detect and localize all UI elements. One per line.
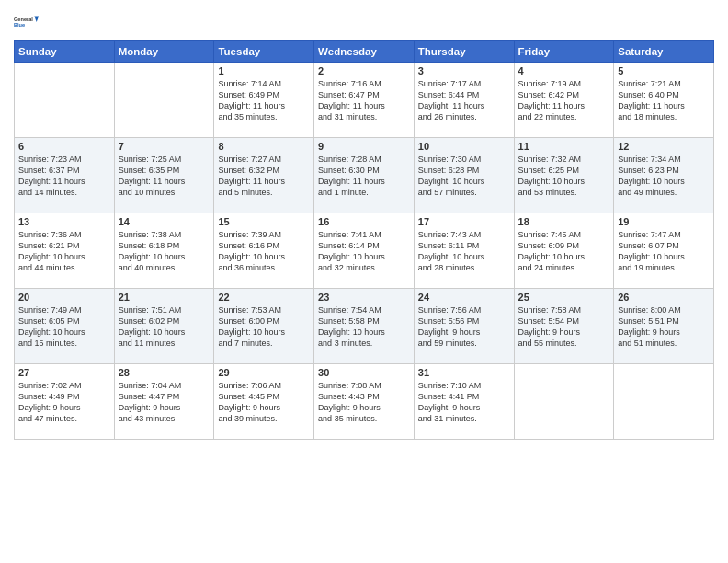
calendar-cell: 25Sunrise: 7:58 AM Sunset: 5:54 PM Dayli… [514, 289, 614, 364]
day-number: 18 [518, 216, 610, 227]
cell-text: Sunrise: 7:41 AM Sunset: 6:14 PM Dayligh… [318, 229, 410, 274]
calendar-cell: 27Sunrise: 7:02 AM Sunset: 4:49 PM Dayli… [15, 364, 115, 440]
cell-text: Sunrise: 7:25 AM Sunset: 6:35 PM Dayligh… [119, 154, 210, 199]
cell-text: Sunrise: 7:49 AM Sunset: 6:05 PM Dayligh… [18, 304, 110, 350]
day-number: 7 [119, 141, 210, 152]
cell-text: Sunrise: 8:00 AM Sunset: 5:51 PM Dayligh… [618, 304, 710, 350]
header: GeneralBlue [14, 9, 714, 35]
cell-text: Sunrise: 7:54 AM Sunset: 5:58 PM Dayligh… [318, 304, 410, 350]
calendar-cell: 17Sunrise: 7:43 AM Sunset: 6:11 PM Dayli… [414, 213, 514, 289]
cell-text: Sunrise: 7:21 AM Sunset: 6:40 PM Dayligh… [618, 78, 710, 123]
day-number: 9 [318, 141, 410, 152]
calendar-cell: 14Sunrise: 7:38 AM Sunset: 6:18 PM Dayli… [114, 213, 214, 289]
calendar-cell: 3Sunrise: 7:17 AM Sunset: 6:44 PM Daylig… [414, 63, 514, 138]
calendar-cell: 5Sunrise: 7:21 AM Sunset: 6:40 PM Daylig… [614, 63, 714, 138]
cell-text: Sunrise: 7:34 AM Sunset: 6:23 PM Dayligh… [618, 154, 710, 199]
calendar-cell: 2Sunrise: 7:16 AM Sunset: 6:47 PM Daylig… [314, 63, 415, 138]
cell-text: Sunrise: 7:14 AM Sunset: 6:49 PM Dayligh… [218, 78, 310, 123]
calendar-cell [514, 364, 614, 440]
calendar-cell [614, 364, 714, 440]
cell-text: Sunrise: 7:38 AM Sunset: 6:18 PM Dayligh… [119, 229, 210, 274]
calendar-week-row: 1Sunrise: 7:14 AM Sunset: 6:49 PM Daylig… [15, 63, 714, 138]
cell-text: Sunrise: 7:30 AM Sunset: 6:28 PM Dayligh… [418, 154, 510, 199]
calendar-cell: 15Sunrise: 7:39 AM Sunset: 6:16 PM Dayli… [214, 213, 314, 289]
day-number: 29 [218, 367, 310, 378]
calendar-cell: 1Sunrise: 7:14 AM Sunset: 6:49 PM Daylig… [214, 63, 314, 138]
calendar-week-row: 6Sunrise: 7:23 AM Sunset: 6:37 PM Daylig… [15, 138, 714, 213]
day-number: 20 [18, 292, 110, 303]
day-number: 10 [418, 141, 510, 152]
calendar-cell: 23Sunrise: 7:54 AM Sunset: 5:58 PM Dayli… [314, 289, 415, 364]
day-number: 11 [518, 141, 610, 152]
day-number: 6 [18, 141, 110, 152]
calendar-cell: 6Sunrise: 7:23 AM Sunset: 6:37 PM Daylig… [15, 138, 115, 213]
day-number: 24 [418, 292, 510, 303]
day-number: 16 [318, 216, 410, 227]
cell-text: Sunrise: 7:43 AM Sunset: 6:11 PM Dayligh… [418, 229, 510, 274]
calendar-week-row: 13Sunrise: 7:36 AM Sunset: 6:21 PM Dayli… [15, 213, 714, 289]
weekday-header: Tuesday [214, 41, 314, 63]
day-number: 30 [318, 367, 410, 378]
cell-text: Sunrise: 7:45 AM Sunset: 6:09 PM Dayligh… [518, 229, 610, 274]
cell-text: Sunrise: 7:04 AM Sunset: 4:47 PM Dayligh… [119, 380, 210, 425]
day-number: 3 [418, 65, 510, 76]
calendar-cell: 29Sunrise: 7:06 AM Sunset: 4:45 PM Dayli… [214, 364, 314, 440]
day-number: 2 [318, 65, 410, 76]
day-number: 4 [518, 65, 610, 76]
weekday-header: Saturday [614, 41, 714, 63]
cell-text: Sunrise: 7:16 AM Sunset: 6:47 PM Dayligh… [318, 78, 410, 123]
calendar-cell: 20Sunrise: 7:49 AM Sunset: 6:05 PM Dayli… [15, 289, 115, 364]
calendar-cell: 22Sunrise: 7:53 AM Sunset: 6:00 PM Dayli… [214, 289, 314, 364]
calendar-cell: 18Sunrise: 7:45 AM Sunset: 6:09 PM Dayli… [514, 213, 614, 289]
calendar-week-row: 27Sunrise: 7:02 AM Sunset: 4:49 PM Dayli… [15, 364, 714, 440]
calendar-cell [15, 63, 115, 138]
day-number: 5 [618, 65, 710, 76]
day-number: 21 [119, 292, 210, 303]
cell-text: Sunrise: 7:17 AM Sunset: 6:44 PM Dayligh… [418, 78, 510, 123]
day-number: 22 [218, 292, 310, 303]
cell-text: Sunrise: 7:56 AM Sunset: 5:56 PM Dayligh… [418, 304, 510, 350]
day-number: 23 [318, 292, 410, 303]
day-number: 27 [18, 367, 110, 378]
calendar-cell: 24Sunrise: 7:56 AM Sunset: 5:56 PM Dayli… [414, 289, 514, 364]
day-number: 8 [218, 141, 310, 152]
svg-marker-2 [34, 16, 39, 22]
calendar-cell: 12Sunrise: 7:34 AM Sunset: 6:23 PM Dayli… [614, 138, 714, 213]
day-number: 19 [618, 216, 710, 227]
cell-text: Sunrise: 7:47 AM Sunset: 6:07 PM Dayligh… [618, 229, 710, 274]
calendar-table: SundayMondayTuesdayWednesdayThursdayFrid… [14, 40, 714, 440]
day-number: 17 [418, 216, 510, 227]
logo: GeneralBlue [14, 9, 40, 35]
cell-text: Sunrise: 7:19 AM Sunset: 6:42 PM Dayligh… [518, 78, 610, 123]
page: GeneralBlue SundayMondayTuesdayWednesday… [0, 0, 728, 563]
calendar-header: SundayMondayTuesdayWednesdayThursdayFrid… [15, 41, 714, 63]
calendar-cell: 4Sunrise: 7:19 AM Sunset: 6:42 PM Daylig… [514, 63, 614, 138]
weekday-header: Sunday [15, 41, 115, 63]
logo-icon: GeneralBlue [14, 9, 40, 35]
calendar-cell: 31Sunrise: 7:10 AM Sunset: 4:41 PM Dayli… [414, 364, 514, 440]
cell-text: Sunrise: 7:06 AM Sunset: 4:45 PM Dayligh… [218, 380, 310, 425]
calendar-cell: 7Sunrise: 7:25 AM Sunset: 6:35 PM Daylig… [114, 138, 214, 213]
day-number: 14 [119, 216, 210, 227]
day-number: 15 [218, 216, 310, 227]
calendar-cell [114, 63, 214, 138]
cell-text: Sunrise: 7:39 AM Sunset: 6:16 PM Dayligh… [218, 229, 310, 274]
cell-text: Sunrise: 7:58 AM Sunset: 5:54 PM Dayligh… [518, 304, 610, 350]
cell-text: Sunrise: 7:53 AM Sunset: 6:00 PM Dayligh… [218, 304, 310, 350]
cell-text: Sunrise: 7:51 AM Sunset: 6:02 PM Dayligh… [119, 304, 210, 350]
calendar-cell: 8Sunrise: 7:27 AM Sunset: 6:32 PM Daylig… [214, 138, 314, 213]
day-number: 25 [518, 292, 610, 303]
day-number: 12 [618, 141, 710, 152]
weekday-header: Wednesday [314, 41, 415, 63]
cell-text: Sunrise: 7:32 AM Sunset: 6:25 PM Dayligh… [518, 154, 610, 199]
cell-text: Sunrise: 7:10 AM Sunset: 4:41 PM Dayligh… [418, 380, 510, 425]
calendar-cell: 21Sunrise: 7:51 AM Sunset: 6:02 PM Dayli… [114, 289, 214, 364]
cell-text: Sunrise: 7:02 AM Sunset: 4:49 PM Dayligh… [18, 380, 110, 425]
day-number: 31 [418, 367, 510, 378]
calendar-cell: 28Sunrise: 7:04 AM Sunset: 4:47 PM Dayli… [114, 364, 214, 440]
cell-text: Sunrise: 7:27 AM Sunset: 6:32 PM Dayligh… [218, 154, 310, 199]
weekday-header: Friday [514, 41, 614, 63]
cell-text: Sunrise: 7:08 AM Sunset: 4:43 PM Dayligh… [318, 380, 410, 425]
day-number: 1 [218, 65, 310, 76]
cell-text: Sunrise: 7:23 AM Sunset: 6:37 PM Dayligh… [18, 154, 110, 199]
